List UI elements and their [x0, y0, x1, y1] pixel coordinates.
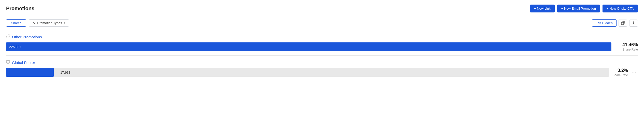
new-onsite-cta-button[interactable]: + New Onsite CTA [603, 5, 638, 12]
global-footer-bar-fill [6, 68, 54, 77]
page-header: Promotions + New Link + New Email Promot… [0, 0, 644, 16]
link-icon [6, 35, 10, 39]
other-promotions-bar-container: 225,881 [6, 42, 611, 51]
edit-hidden-button[interactable]: Edit Hidden [592, 19, 617, 27]
other-promotions-bar-label: 225,881 [9, 45, 21, 49]
other-promotions-bar-row: 225,881 41.46% Share Rate [6, 42, 638, 51]
section-global-footer: Global Footer 17,933 3.2% Share Rate ··· [6, 56, 638, 81]
global-footer-stat-value: 3.2% [612, 68, 628, 73]
chevron-down-icon: ▾ [64, 21, 65, 25]
external-link-icon-button[interactable] [619, 20, 627, 27]
new-link-button[interactable]: + New Link [530, 5, 555, 12]
section-other-promotions: Other Promotions 225,881 41.46% Share Ra… [6, 30, 638, 56]
global-footer-stat-label: Share Rate [612, 73, 628, 77]
global-footer-bar-container: 17,933 [6, 68, 609, 77]
external-link-icon [621, 21, 625, 25]
global-footer-link[interactable]: Global Footer [12, 60, 35, 65]
monitor-icon [6, 60, 10, 65]
other-promotions-stat: 41.46% Share Rate [615, 42, 638, 51]
global-footer-stat: 3.2% Share Rate ··· [612, 68, 638, 77]
other-promotions-stat-value: 41.46% [615, 42, 638, 47]
download-icon [632, 21, 635, 25]
more-options-button[interactable]: ··· [631, 70, 638, 75]
toolbar: Shares All Promotion Types ▾ Edit Hidden [0, 16, 644, 30]
promotion-type-dropdown[interactable]: All Promotion Types ▾ [29, 19, 69, 27]
promotions-content: Other Promotions 225,881 41.46% Share Ra… [0, 30, 644, 81]
section-title-global-footer: Global Footer [6, 60, 638, 65]
global-footer-bar-row: 17,933 3.2% Share Rate ··· [6, 68, 638, 77]
svg-rect-2 [6, 61, 10, 63]
section-title-other-promotions: Other Promotions [6, 35, 638, 39]
global-footer-bar-label: 17,933 [57, 71, 71, 74]
dropdown-label: All Promotion Types [33, 21, 62, 25]
page-title: Promotions [6, 6, 34, 11]
tab-shares[interactable]: Shares [6, 19, 26, 27]
download-icon-button[interactable] [629, 20, 638, 27]
header-actions: + New Link + New Email Promotion + New O… [530, 5, 638, 12]
new-email-promotion-button[interactable]: + New Email Promotion [557, 5, 600, 12]
other-promotions-stat-label: Share Rate [615, 48, 638, 51]
other-promotions-bar-fill: 225,881 [6, 42, 611, 51]
toolbar-right: Edit Hidden [592, 19, 638, 27]
other-promotions-link[interactable]: Other Promotions [12, 35, 42, 39]
toolbar-left: Shares All Promotion Types ▾ [6, 19, 69, 27]
